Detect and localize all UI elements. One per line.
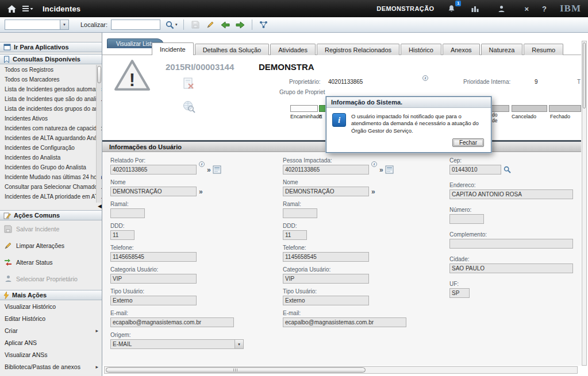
- nome-input[interactable]: [110, 187, 197, 196]
- ddd-input[interactable]: [110, 230, 134, 240]
- nome-input[interactable]: [283, 187, 369, 196]
- vertical-scrollbar[interactable]: [582, 41, 587, 366]
- profile-icon[interactable]: [498, 5, 505, 13]
- query-item[interactable]: Incidentes do Grupo do Analista: [0, 162, 102, 172]
- fechar-button[interactable]: Fechar: [452, 138, 484, 147]
- open-record-icon[interactable]: [385, 165, 394, 174]
- email-input[interactable]: [283, 317, 406, 327]
- home-icon[interactable]: [7, 5, 17, 13]
- ramal-input[interactable]: [110, 208, 145, 218]
- common-actions-header[interactable]: Ações Comuns: [0, 210, 102, 220]
- query-item[interactable]: Incidentes do Analista: [0, 153, 102, 162]
- field-label: Cidade:: [449, 256, 579, 262]
- action-alterar-status[interactable]: Alterar Status: [0, 254, 102, 270]
- pessoa-impactada-input[interactable]: [283, 165, 369, 175]
- menu-biblioteca-pastas-anexos[interactable]: Biblioteca/Pastas de anexos ▸: [0, 361, 102, 373]
- query-item[interactable]: Incidentes Ativos: [0, 114, 102, 123]
- route-workflow-icon[interactable]: [258, 19, 270, 30]
- search-icon[interactable]: [164, 19, 175, 30]
- telefone-input[interactable]: [283, 252, 369, 262]
- menu-editar-historico[interactable]: Editar Histórico: [0, 312, 102, 324]
- query-item[interactable]: Lista de incidentes dos grupos do an...: [0, 104, 102, 114]
- tab-anexos[interactable]: Anexos: [443, 44, 480, 55]
- internal-priority-label: Prioridade Interna:: [463, 79, 510, 85]
- menu-visualizar-anss[interactable]: Visualizar ANSs: [0, 348, 102, 361]
- previous-record-icon[interactable]: [220, 19, 231, 30]
- reports-icon[interactable]: [471, 5, 479, 12]
- query-combobox-input[interactable]: [5, 20, 60, 29]
- more-actions-header[interactable]: Mais Ações: [0, 290, 102, 300]
- menu-aplicar-ans[interactable]: Aplicar ANS: [0, 336, 102, 348]
- detail-menu-icon[interactable]: »: [207, 166, 210, 174]
- numero-input[interactable]: [449, 214, 484, 224]
- dropdown-caret-icon[interactable]: ▼: [235, 340, 243, 348]
- complemento-input[interactable]: [449, 239, 573, 249]
- field-categoria-usuario: Categoria Usuário:: [110, 266, 278, 284]
- clear-changes-icon[interactable]: [205, 19, 216, 30]
- tab-natureza[interactable]: Natureza: [481, 44, 523, 55]
- query-item[interactable]: Incidentes de Configuração: [0, 143, 102, 153]
- query-item[interactable]: Lista de Incidentes que são do analist..…: [0, 94, 102, 104]
- categoria-usuario-input[interactable]: [110, 274, 197, 284]
- ddd-input[interactable]: [283, 230, 307, 240]
- query-item[interactable]: Consultar para Selecionar Chamado...: [0, 182, 102, 192]
- sidebar-scrollbar[interactable]: [96, 65, 101, 203]
- tab-incidente[interactable]: Incidente: [152, 42, 194, 55]
- relatado-por-input[interactable]: [110, 165, 197, 175]
- search-options-caret-icon[interactable]: ▾: [175, 22, 178, 27]
- query-item[interactable]: Todos os Marcadores: [0, 75, 102, 84]
- horizontal-scrollbar[interactable]: [104, 366, 578, 374]
- info-icon[interactable]: i: [422, 75, 428, 81]
- bulletins-icon[interactable]: 1: [447, 5, 456, 13]
- query-item[interactable]: Lista de Incidentes gerados automatic...: [0, 84, 102, 94]
- query-combobox[interactable]: ▼: [5, 20, 69, 30]
- query-item[interactable]: Todos os Registros: [0, 65, 102, 75]
- available-queries-header[interactable]: Consultas Disponíveis: [0, 54, 102, 64]
- tab-detalhes-da-solucao[interactable]: Detalhes da Solução: [195, 44, 270, 55]
- menu-criar[interactable]: Criar ▸: [0, 324, 102, 336]
- tab-historico[interactable]: Histórico: [401, 44, 441, 55]
- query-item[interactable]: Incidentes de ALTA prioridade em AT...: [0, 192, 102, 201]
- tipo-usuario-input[interactable]: [283, 296, 369, 305]
- info-icon[interactable]: i: [371, 161, 377, 167]
- detail-menu-icon[interactable]: »: [379, 166, 383, 174]
- info-icon[interactable]: i: [199, 161, 205, 167]
- next-record-icon[interactable]: [235, 19, 246, 30]
- detail-menu-icon[interactable]: »: [371, 188, 375, 196]
- tab-registros-relacionados[interactable]: Registros Relacionados: [317, 44, 399, 55]
- cep-input[interactable]: [449, 165, 501, 175]
- sidebar-scrollbar-thumb[interactable]: [97, 66, 101, 83]
- detail-menu-icon[interactable]: »: [199, 188, 202, 196]
- menu-visualizar-historico[interactable]: Visualizar Histórico: [0, 300, 102, 312]
- tab-resumo[interactable]: Resumo: [524, 44, 563, 55]
- query-item[interactable]: Incidente Mudado nas últimas 24 horas: [0, 172, 102, 182]
- query-item[interactable]: Incidentes com natureza de capacidade: [0, 123, 102, 133]
- ramal-input[interactable]: [283, 208, 317, 218]
- query-item[interactable]: Incidentes de ALTA aguardando Anál...: [0, 133, 102, 143]
- help-icon[interactable]: ?: [542, 5, 547, 13]
- field-label: Categoria Usuário:: [110, 266, 278, 273]
- vertical-scrollbar-thumb[interactable]: [583, 42, 586, 108]
- uf-input[interactable]: [449, 288, 470, 298]
- no-solution-icon[interactable]: [183, 77, 194, 92]
- tipo-usuario-input[interactable]: [110, 296, 197, 305]
- origem-select[interactable]: E-MAIL ▼: [110, 339, 244, 349]
- localizar-input[interactable]: [111, 20, 160, 30]
- cep-search-icon[interactable]: [504, 166, 511, 173]
- logout-icon[interactable]: ×: [524, 5, 529, 13]
- horizontal-scrollbar-thumb[interactable]: [106, 367, 366, 373]
- go-to-apps-header[interactable]: Ir Para Aplicativos: [0, 42, 102, 52]
- sidebar-collapse-icon[interactable]: ◀: [98, 203, 102, 209]
- endereco-input[interactable]: [449, 189, 573, 199]
- combobox-caret-icon[interactable]: ▼: [60, 20, 68, 29]
- telefone-input[interactable]: [110, 252, 197, 262]
- email-input[interactable]: [110, 317, 234, 327]
- go-to-menu-icon[interactable]: [22, 5, 33, 12]
- cidade-input[interactable]: [449, 263, 573, 273]
- open-record-icon[interactable]: [213, 165, 221, 174]
- field-label: Telefone:: [110, 245, 278, 251]
- search-solutions-icon[interactable]: [183, 100, 195, 115]
- tab-atividades[interactable]: Atividades: [270, 44, 316, 55]
- action-limpar-alteracoes[interactable]: Limpar Alterações: [0, 237, 102, 254]
- categoria-usuario-input[interactable]: [283, 274, 369, 284]
